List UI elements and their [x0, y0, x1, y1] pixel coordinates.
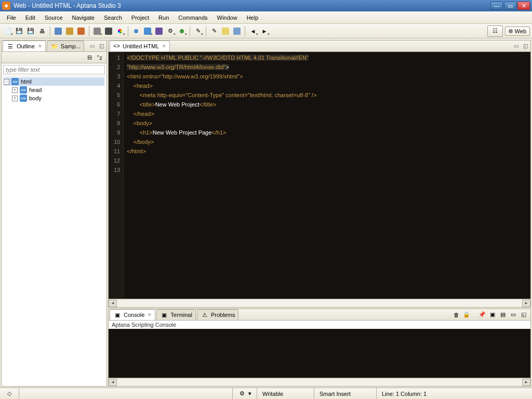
html-file-icon: <> [113, 43, 121, 50]
console-open-button[interactable]: ▤ [498, 311, 508, 319]
bottom-maximize-button[interactable]: ◱ [519, 311, 528, 319]
status-message [19, 388, 232, 399]
expand-icon[interactable]: − [4, 79, 9, 85]
show-terminal-button[interactable] [64, 25, 75, 37]
tab-console-label: Console [124, 312, 144, 318]
menu-source[interactable]: Source [40, 13, 68, 22]
window-close-button[interactable]: ✕ [517, 2, 530, 10]
color-picker-button[interactable] [114, 25, 126, 37]
nav-back-button[interactable]: ◄ [247, 25, 259, 37]
tree-node-body[interactable]: + <> body [12, 94, 104, 102]
outline-icon: ☰ [6, 42, 15, 50]
scroll-left-button[interactable]: ◄ [109, 300, 117, 307]
view-maximize-button[interactable]: ◱ [97, 43, 105, 50]
tree-node-html[interactable]: − <> html [4, 77, 104, 86]
web-preview-button[interactable] [103, 25, 114, 37]
window-minimize-button[interactable]: — [490, 2, 503, 10]
tab-console-close-icon[interactable]: ✕ [148, 312, 152, 317]
console-title: Aptana Scripting Console [109, 321, 530, 329]
console-lock-button[interactable]: 🔒 [462, 311, 471, 319]
editor-horizontal-scrollbar[interactable]: ◄ ► [109, 299, 530, 307]
editor-tab-label: Untitled HTML [123, 43, 159, 49]
bottom-minimize-button[interactable]: ▭ [509, 311, 518, 319]
menu-navigate[interactable]: Navigate [68, 13, 99, 22]
line-number-gutter: 12345678910111213 [109, 52, 124, 299]
tab-outline-close-icon[interactable]: ✕ [38, 44, 42, 49]
code-area[interactable]: <!DOCTYPE HTML PUBLIC "-//W3C//DTD HTML … [124, 52, 530, 299]
deploy-button[interactable] [142, 25, 153, 37]
expand-icon[interactable]: + [12, 96, 18, 101]
tree-node-head[interactable]: + <> head [12, 86, 104, 94]
console-horizontal-scrollbar[interactable]: ◄ ► [109, 378, 530, 386]
window-titlebar: ✸ Web - Untitled HTML - Aptana Studio 3 … [0, 0, 532, 11]
git-button[interactable] [75, 25, 87, 37]
console-display-selected-button[interactable]: ▣ [488, 311, 497, 319]
status-quickaccess-button[interactable]: ◇ [0, 388, 19, 399]
menubar: FileEditSourceNavigateSearchProjectRunCo… [0, 11, 532, 24]
menu-commands[interactable]: Commands [174, 13, 212, 22]
menu-search[interactable]: Search [99, 13, 127, 22]
tab-problems-label: Problems [211, 312, 235, 318]
console-output[interactable] [109, 329, 530, 378]
tasks-button[interactable] [231, 25, 243, 37]
tab-samples[interactable]: 📁 Samp... [47, 41, 84, 51]
tab-outline[interactable]: ☰ Outline ✕ [3, 41, 46, 51]
editor-maximize-button[interactable]: ◱ [521, 43, 529, 50]
save-all-button[interactable]: 💾 [25, 25, 36, 37]
scripts-button[interactable]: ⚙ [165, 25, 176, 37]
menu-window[interactable]: Window [212, 13, 242, 22]
sort-button[interactable]: ᵃz [95, 53, 104, 62]
menu-project[interactable]: Project [127, 13, 154, 22]
outline-toolbar: ⊟ ᵃz [2, 52, 107, 63]
perspective-label: Web [515, 28, 526, 34]
menu-file[interactable]: File [2, 13, 21, 22]
run-button[interactable] [176, 25, 188, 37]
html-tag-icon: <> [11, 78, 19, 85]
console-icon: ▣ [113, 311, 122, 319]
editor-tab-untitled[interactable]: <> Untitled HTML ✕ [110, 41, 170, 51]
tab-console[interactable]: ▣ Console ✕ [110, 309, 155, 320]
open-perspective-button[interactable]: ☷ [487, 25, 503, 37]
tree-node-label: body [29, 95, 42, 101]
open-browser-button[interactable] [130, 25, 142, 37]
menu-run[interactable]: Run [154, 13, 174, 22]
code-editor[interactable]: 12345678910111213 <!DOCTYPE HTML PUBLIC … [109, 52, 530, 299]
menu-help[interactable]: Help [242, 13, 263, 22]
status-build-button[interactable]: ⚙▾ [232, 388, 257, 399]
editor-minimize-button[interactable]: ▭ [512, 43, 520, 50]
outline-filter-input[interactable] [3, 65, 105, 74]
status-insert-mode: Smart Insert [314, 388, 376, 399]
expand-icon[interactable]: + [12, 87, 18, 93]
wand-button[interactable]: ✎ [192, 25, 204, 37]
console-pin-button[interactable]: 📌 [477, 311, 487, 319]
view-minimize-button[interactable]: ▭ [88, 43, 96, 50]
bottom-tabrow: ▣ Console ✕ ▣ Terminal ⚠ Problems 🗑 🔒 📌 [109, 309, 530, 321]
scroll-right-button[interactable]: ► [522, 300, 530, 307]
highlight-button[interactable]: ✎ [208, 25, 220, 37]
scroll-right-button[interactable]: ► [522, 379, 530, 386]
new-button[interactable]: 📄 [2, 25, 14, 37]
scroll-left-button[interactable]: ◄ [109, 379, 117, 386]
outline-tabrow: ☰ Outline ✕ 📁 Samp... ▭ ◱ [2, 41, 107, 52]
perspective-web-button[interactable]: Web [505, 26, 530, 36]
console-clear-button[interactable]: 🗑 [451, 311, 461, 319]
window-title: Web - Untitled HTML - Aptana Studio 3 [14, 2, 490, 9]
app-explorer-button[interactable] [52, 25, 64, 37]
terminal-icon: ▣ [160, 311, 168, 319]
tab-outline-label: Outline [17, 43, 35, 49]
outline-tree[interactable]: − <> html + <> head + <> body [2, 76, 107, 386]
save-button[interactable]: 💾 [14, 25, 25, 37]
collapse-all-button[interactable]: ⊟ [85, 53, 94, 62]
theme-button[interactable] [91, 25, 103, 37]
notes-button[interactable] [220, 25, 231, 37]
editor-tab-close-icon[interactable]: ✕ [162, 44, 166, 49]
tree-node-label: html [21, 78, 32, 85]
tab-problems[interactable]: ⚠ Problems [197, 309, 238, 320]
tab-samples-label: Samp... [61, 43, 81, 49]
menu-edit[interactable]: Edit [21, 13, 40, 22]
tab-terminal[interactable]: ▣ Terminal [156, 309, 196, 320]
print-button[interactable]: 🖶 [36, 25, 48, 37]
publish-button[interactable] [153, 25, 165, 37]
window-maximize-button[interactable]: ▭ [504, 2, 516, 10]
nav-forward-button[interactable]: ► [259, 25, 270, 37]
